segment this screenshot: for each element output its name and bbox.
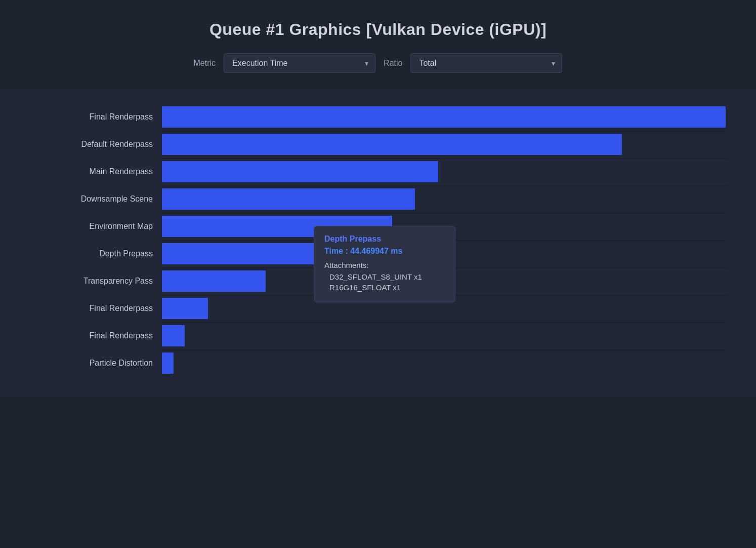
bar-fill-default-renderpass xyxy=(162,134,622,155)
chart-section: Final RenderpassDefault RenderpassMain R… xyxy=(0,89,756,397)
bar-label-particle-distortion: Particle Distortion xyxy=(0,359,162,368)
bar-track-final-renderpass-1 xyxy=(162,106,726,128)
bar-fill-particle-distortion xyxy=(162,353,174,374)
bar-label-transparency-pass: Transparency Pass xyxy=(0,277,162,286)
tooltip-title: Depth Prepass xyxy=(324,234,445,244)
depth-prepass-tooltip: Depth Prepass Time : 44.469947 ms Attach… xyxy=(314,226,455,302)
ratio-dropdown-wrapper: Total Per Frame Per Pass ▾ xyxy=(410,53,562,73)
bar-row-main-renderpass[interactable]: Main Renderpass xyxy=(0,159,726,184)
bar-label-main-renderpass: Main Renderpass xyxy=(0,167,162,176)
bar-label-final-renderpass-1: Final Renderpass xyxy=(0,112,162,122)
bar-fill-main-renderpass xyxy=(162,161,438,182)
bar-fill-final-renderpass-2 xyxy=(162,298,208,319)
metric-dropdown-wrapper: Execution Time CPU Time GPU Time ▾ xyxy=(224,53,375,73)
bar-track-particle-distortion xyxy=(162,353,726,374)
tooltip-attachment-2: R16G16_SFLOAT x1 xyxy=(324,283,445,292)
bar-row-final-renderpass-1[interactable]: Final Renderpass xyxy=(0,104,726,130)
ratio-dropdown[interactable]: Total Per Frame Per Pass xyxy=(410,53,562,73)
bar-label-default-renderpass: Default Renderpass xyxy=(0,140,162,149)
metric-dropdown[interactable]: Execution Time CPU Time GPU Time xyxy=(224,53,375,73)
tooltip-attachment-1: D32_SFLOAT_S8_UINT x1 xyxy=(324,272,445,281)
page-title: Queue #1 Graphics [Vulkan Device (iGPU)] xyxy=(209,20,547,39)
bar-fill-final-renderpass-1 xyxy=(162,106,726,128)
bar-row-default-renderpass[interactable]: Default Renderpass xyxy=(0,132,726,157)
bar-label-final-renderpass-2: Final Renderpass xyxy=(0,304,162,313)
bar-row-final-renderpass-3[interactable]: Final Renderpass xyxy=(0,323,726,348)
bar-track-main-renderpass xyxy=(162,161,726,182)
controls-row: Metric Execution Time CPU Time GPU Time … xyxy=(194,53,563,73)
bar-fill-transparency-pass xyxy=(162,270,266,292)
metric-label: Metric xyxy=(194,59,216,68)
bar-track-final-renderpass-3 xyxy=(162,325,726,346)
tooltip-attachments-label: Attachments: xyxy=(324,261,445,269)
bar-label-final-renderpass-3: Final Renderpass xyxy=(0,331,162,340)
bar-label-environment-map: Environment Map xyxy=(0,222,162,231)
page-container: Queue #1 Graphics [Vulkan Device (iGPU)]… xyxy=(0,0,756,548)
bar-label-downsample-scene: Downsample Scene xyxy=(0,194,162,204)
bar-label-depth-prepass: Depth Prepass xyxy=(0,249,162,258)
ratio-label: Ratio xyxy=(384,59,402,68)
bar-track-default-renderpass xyxy=(162,134,726,155)
tooltip-time: Time : 44.469947 ms xyxy=(324,247,445,256)
bar-fill-downsample-scene xyxy=(162,188,415,210)
bar-fill-final-renderpass-3 xyxy=(162,325,185,346)
bar-row-particle-distortion[interactable]: Particle Distortion xyxy=(0,350,726,376)
bar-row-downsample-scene[interactable]: Downsample Scene xyxy=(0,186,726,212)
bar-track-downsample-scene xyxy=(162,188,726,210)
